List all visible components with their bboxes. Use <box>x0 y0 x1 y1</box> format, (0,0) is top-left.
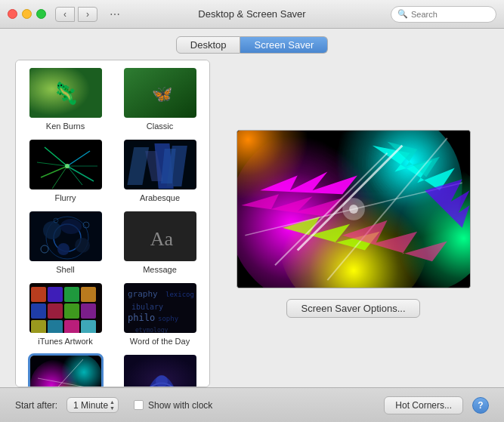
nav-buttons: ‹ › <box>55 7 97 22</box>
help-button[interactable]: ? <box>472 397 489 414</box>
titlebar: ‹ › ⋯ Desktop & Screen Saver 🔍 ✕ <box>0 0 504 29</box>
search-input[interactable] <box>411 10 504 19</box>
svg-rect-43 <box>64 320 79 334</box>
screensaver-label-message: Message <box>143 265 177 274</box>
svg-rect-39 <box>64 303 79 319</box>
svg-text:graphy: graphy <box>128 289 158 299</box>
show-with-clock-checkbox[interactable] <box>134 400 144 410</box>
svg-rect-44 <box>81 320 96 334</box>
screensaver-label-itunes: iTunes Artwork <box>38 337 92 346</box>
preview-panel: Screen Saver Options... <box>218 60 489 387</box>
svg-point-25 <box>57 243 70 255</box>
preview-image <box>237 131 470 288</box>
svg-rect-20 <box>29 211 104 263</box>
svg-rect-35 <box>64 287 79 302</box>
traffic-lights <box>8 9 46 19</box>
minimize-button[interactable] <box>22 9 32 19</box>
screensaver-item-euphoria[interactable]: Euphoria <box>20 352 110 387</box>
svg-text:ibulary: ibulary <box>131 303 163 311</box>
preview-frame <box>237 130 471 288</box>
search-box[interactable]: 🔍 ✕ <box>391 6 496 23</box>
svg-rect-38 <box>48 303 63 319</box>
maximize-button[interactable] <box>36 9 46 19</box>
svg-point-59 <box>156 375 168 387</box>
svg-text:🦎: 🦎 <box>56 82 79 104</box>
hot-corners-button[interactable]: Hot Corners... <box>384 396 463 414</box>
svg-text:etymology: etymology <box>135 327 169 334</box>
svg-rect-34 <box>48 287 63 302</box>
svg-rect-36 <box>81 287 96 302</box>
screensaver-item-itunes[interactable]: iTunes Artwork <box>20 280 110 347</box>
svg-rect-42 <box>48 320 63 334</box>
screen-saver-options-button[interactable]: Screen Saver Options... <box>286 299 419 318</box>
screensaver-item-message[interactable]: Aa Message <box>115 208 205 276</box>
svg-text:philo: philo <box>128 313 155 323</box>
screensaver-item-arabesque[interactable]: Arabesque <box>115 137 205 204</box>
svg-rect-33 <box>31 287 46 302</box>
svg-rect-0 <box>29 68 104 119</box>
start-after-label: Start after: <box>15 400 57 411</box>
svg-point-78 <box>349 205 358 214</box>
screensaver-label-word: Word of the Day <box>130 337 190 346</box>
svg-text:sophy: sophy <box>158 315 179 322</box>
screensaver-label-arabesque: Arabesque <box>140 193 180 202</box>
screensaver-label-kenburns: Ken Burns <box>46 122 85 131</box>
start-after-select[interactable]: 1 Minute ▲ ▼ <box>66 397 119 413</box>
svg-text:lexicog: lexicog <box>165 291 194 298</box>
start-after-value: 1 Minute <box>73 400 108 411</box>
forward-button[interactable]: › <box>78 7 97 22</box>
show-with-clock-checkbox-wrapper[interactable]: Show with clock <box>134 400 212 411</box>
screensaver-item-kenburns[interactable]: 🦎 Ken Burns <box>20 65 110 132</box>
screensaver-label-shell: Shell <box>56 265 74 274</box>
svg-rect-37 <box>31 303 46 319</box>
grid-button[interactable]: ⋯ <box>105 7 125 22</box>
svg-rect-41 <box>31 320 46 334</box>
show-with-clock-label: Show with clock <box>148 400 212 411</box>
svg-text:🦋: 🦋 <box>151 84 172 104</box>
main-content: Desktop Screen Saver <box>0 29 504 422</box>
screensaver-item-flurry[interactable]: Flurry <box>20 137 110 204</box>
tab-screensaver[interactable]: Screen Saver <box>240 36 328 54</box>
search-icon: 🔍 <box>397 9 408 19</box>
screensaver-item-random[interactable]: Random <box>115 352 205 387</box>
screensaver-item-classic[interactable]: 🦋 Classic <box>115 65 205 132</box>
screensaver-list: 🦎 Ken Burns <box>15 60 210 387</box>
screensaver-item-word[interactable]: graphy lexicog ibulary philo sophy etymo… <box>115 280 205 347</box>
svg-point-23 <box>43 221 61 239</box>
back-button[interactable]: ‹ <box>55 7 75 22</box>
screensaver-grid: 🦎 Ken Burns <box>20 65 205 387</box>
close-button[interactable] <box>8 9 17 19</box>
main-panel: 🦎 Ken Burns <box>0 60 504 387</box>
svg-point-24 <box>75 238 90 253</box>
screensaver-label-flurry: Flurry <box>54 193 76 202</box>
window-title: Desktop & Screen Saver <box>198 8 305 20</box>
screensaver-label-classic: Classic <box>147 122 173 131</box>
svg-point-26 <box>60 219 82 234</box>
svg-rect-40 <box>81 303 96 319</box>
screensaver-item-shell[interactable]: Shell <box>20 208 110 276</box>
svg-text:Aa: Aa <box>150 228 173 250</box>
bottom-bar: Start after: 1 Minute ▲ ▼ Show with cloc… <box>0 387 504 422</box>
tab-bar: Desktop Screen Saver <box>0 29 504 60</box>
select-arrows-icon: ▲ ▼ <box>110 399 115 411</box>
tab-desktop[interactable]: Desktop <box>176 36 241 54</box>
